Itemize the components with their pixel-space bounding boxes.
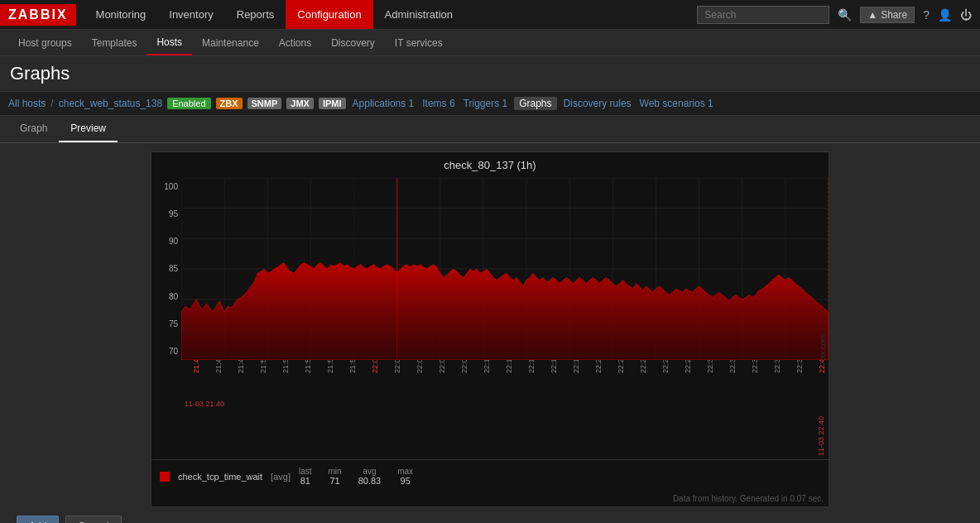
graph-canvas: http://www.zabbix.com bbox=[181, 178, 829, 360]
top-navigation: ZABBIX Monitoring Inventory Reports Conf… bbox=[0, 0, 980, 30]
nav-inventory[interactable]: Inventory bbox=[157, 0, 224, 29]
tab-link-items[interactable]: Items 6 bbox=[420, 98, 456, 109]
tab-link-discovery-rules[interactable]: Discovery rules bbox=[562, 98, 633, 109]
y-label-80: 80 bbox=[155, 292, 178, 301]
legend-min: min 71 bbox=[329, 467, 342, 486]
status-badge: Enabled bbox=[167, 98, 210, 109]
date-label-end: 11-03 22:40 bbox=[817, 416, 825, 456]
button-row: Add Cancel bbox=[8, 507, 972, 523]
y-label-90: 90 bbox=[155, 237, 178, 246]
breadcrumb-separator: / bbox=[50, 98, 53, 109]
subnav-actions[interactable]: Actions bbox=[269, 30, 321, 55]
logo[interactable]: ZABBIX bbox=[0, 4, 76, 26]
page-title-bar: Graphs bbox=[0, 56, 980, 92]
tab-link-web-scenarios[interactable]: Web scenarios 1 bbox=[638, 98, 715, 109]
graph-legend: check_tcp_time_wait [avg] last 81 min 71… bbox=[151, 459, 829, 492]
date-label-start: 11-03 21:40 bbox=[185, 400, 233, 408]
page-title: Graphs bbox=[10, 63, 970, 84]
sub-navigation: Host groups Templates Hosts Maintenance … bbox=[0, 30, 980, 56]
tab-link-triggers[interactable]: Triggers 1 bbox=[462, 98, 510, 109]
graph-container: check_80_137 (1h) 100 95 90 85 80 75 70 bbox=[151, 151, 829, 507]
user-icon[interactable]: 👤 bbox=[938, 8, 952, 22]
y-label-85: 85 bbox=[155, 264, 178, 273]
legend-max: max 95 bbox=[397, 467, 413, 486]
svg-marker-23 bbox=[181, 263, 829, 360]
legend-color-indicator bbox=[160, 472, 170, 482]
watermark: http://www.zabbix.com bbox=[819, 335, 827, 360]
breadcrumb-host-name[interactable]: check_web_status_138 bbox=[59, 98, 162, 109]
logo-text: ZABBIX bbox=[8, 7, 68, 22]
data-note: Data from history. Generated in 0.07 sec… bbox=[151, 492, 829, 506]
graph-title: check_80_137 (1h) bbox=[151, 152, 829, 178]
search-input[interactable] bbox=[697, 6, 829, 24]
y-label-70: 70 bbox=[155, 347, 178, 356]
tab-link-applications[interactable]: Applications 1 bbox=[351, 98, 416, 109]
add-button[interactable]: Add bbox=[17, 516, 59, 523]
legend-avg-label: [avg] bbox=[271, 472, 291, 482]
nav-configuration[interactable]: Configuration bbox=[286, 0, 372, 29]
main-nav: Monitoring Inventory Reports Configurati… bbox=[84, 0, 698, 29]
cancel-button[interactable]: Cancel bbox=[65, 516, 121, 523]
main-content: check_80_137 (1h) 100 95 90 85 80 75 70 bbox=[0, 143, 980, 523]
x-axis-labels: 21:44 21:46 21:48 21:50 21:52 21:54 21:5… bbox=[181, 360, 829, 416]
y-label-75: 75 bbox=[155, 319, 178, 329]
subnav-host-groups[interactable]: Host groups bbox=[8, 30, 82, 55]
y-label-100: 100 bbox=[155, 182, 178, 191]
subnav-maintenance[interactable]: Maintenance bbox=[192, 30, 269, 55]
subnav-discovery[interactable]: Discovery bbox=[321, 30, 385, 55]
subnav-templates[interactable]: Templates bbox=[82, 30, 147, 55]
nav-right-section: 🔍 ▲ Share ? 👤 ⏻ bbox=[697, 6, 980, 24]
graph-body: 100 95 90 85 80 75 70 bbox=[151, 178, 829, 360]
content-tabs: Graph Preview bbox=[0, 116, 980, 143]
search-icon[interactable]: 🔍 bbox=[838, 8, 852, 22]
nav-administration[interactable]: Administration bbox=[373, 0, 464, 29]
badge-jmx: JMX bbox=[286, 98, 314, 109]
power-icon[interactable]: ⏻ bbox=[960, 8, 972, 22]
legend-stats: last 81 min 71 avg 80.83 max 95 bbox=[299, 467, 413, 486]
share-button[interactable]: ▲ Share bbox=[860, 7, 915, 23]
subnav-it-services[interactable]: IT services bbox=[385, 30, 453, 55]
badge-zbx: ZBX bbox=[216, 98, 243, 109]
breadcrumb: All hosts / check_web_status_138 Enabled… bbox=[0, 92, 980, 116]
y-label-95: 95 bbox=[155, 209, 178, 218]
nav-reports[interactable]: Reports bbox=[225, 0, 286, 29]
subnav-hosts[interactable]: Hosts bbox=[147, 30, 192, 55]
tab-preview[interactable]: Preview bbox=[59, 116, 118, 142]
graph-y-axis: 100 95 90 85 80 75 70 bbox=[151, 178, 181, 360]
tab-graph[interactable]: Graph bbox=[8, 116, 59, 142]
legend-last: last 81 bbox=[299, 467, 312, 486]
badge-ipmi: IPMI bbox=[319, 98, 346, 109]
nav-monitoring[interactable]: Monitoring bbox=[84, 0, 158, 29]
legend-series-name: check_tcp_time_wait bbox=[178, 472, 262, 482]
date-labels-row: 11-03 21:40 11-03 22:40 bbox=[181, 416, 829, 459]
legend-avg: avg 80.83 bbox=[358, 467, 382, 486]
tab-link-graphs[interactable]: Graphs bbox=[514, 97, 556, 110]
share-icon: ▲ bbox=[867, 9, 877, 21]
help-icon[interactable]: ? bbox=[923, 8, 930, 22]
graph-svg bbox=[181, 178, 829, 360]
breadcrumb-all-hosts[interactable]: All hosts bbox=[8, 98, 46, 109]
badge-snmp: SNMP bbox=[247, 98, 282, 109]
